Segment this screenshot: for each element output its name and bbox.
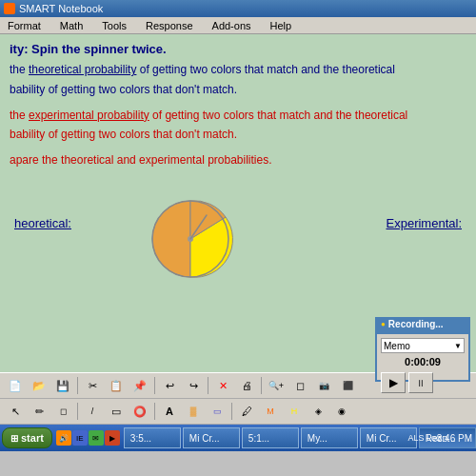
tb-color-line[interactable]: ▭ xyxy=(206,401,228,422)
labels-row: heoretical: Experimental: xyxy=(10,216,466,230)
recording-title: ● Recording... xyxy=(381,319,444,329)
clock-time: 3:46 PM xyxy=(437,433,472,444)
start-button[interactable]: ⊞ start xyxy=(2,427,52,448)
tb-open[interactable]: 📂 xyxy=(28,375,50,396)
tb-rect[interactable]: ▭ xyxy=(105,401,128,422)
tb-line[interactable]: / xyxy=(81,401,104,422)
taskbar-item-0[interactable]: 3:5... xyxy=(124,427,181,448)
start-label: start xyxy=(21,432,44,444)
taskbar-item-1[interactable]: Mi Cr... xyxy=(183,427,240,448)
recording-body: Memo ▼ 0:00:09 ▶ ⏸ xyxy=(377,334,468,397)
tb-extra1[interactable]: ◈ xyxy=(307,401,329,422)
tb-cut[interactable]: ✂ xyxy=(81,375,104,396)
q1-theoretical: theoretical probability xyxy=(29,63,136,76)
separator-4 xyxy=(261,377,262,394)
quick-launch-1[interactable]: 🔊 xyxy=(56,430,71,446)
tb-paste[interactable]: 📌 xyxy=(129,375,151,396)
tb-save[interactable]: 💾 xyxy=(51,375,74,396)
tb-pen[interactable]: ✏ xyxy=(28,401,50,422)
recording-title-text: Recording... xyxy=(388,319,444,329)
tb-marker[interactable]: M xyxy=(259,401,282,422)
quick-launch-3[interactable]: ✉ xyxy=(89,430,104,446)
tb-extra2[interactable]: ◉ xyxy=(330,401,353,422)
menu-format[interactable]: Format xyxy=(4,19,45,32)
recording-popup: ● Recording... Memo ▼ 0:00:09 ▶ ⏸ xyxy=(375,317,470,382)
menu-tools[interactable]: Tools xyxy=(98,19,130,32)
tb-delete[interactable]: ✕ xyxy=(211,375,234,396)
tb-redo[interactable]: ↪ xyxy=(182,375,205,396)
taskbar-item-2[interactable]: 5:1... xyxy=(242,427,299,448)
q2-prefix: the xyxy=(10,109,29,122)
activity-instruction: ity: Spin the spinner twice. xyxy=(10,42,466,56)
separator-6 xyxy=(154,403,155,420)
menu-bar: Format Math Tools Response Add-ons Help xyxy=(0,17,476,34)
tb-oval[interactable]: ⭕ xyxy=(129,401,151,422)
tb-pencil[interactable]: 🖊 xyxy=(235,401,258,422)
question1b-text: bability of getting two colors that don'… xyxy=(10,83,237,96)
tb-undo[interactable]: ↩ xyxy=(158,375,181,396)
tb-eraser[interactable]: ◻ xyxy=(51,401,74,422)
tb-color-fill[interactable]: ▓ xyxy=(182,401,205,422)
tb-select[interactable]: ◻ xyxy=(288,375,311,396)
play-button[interactable]: ▶ xyxy=(381,372,406,393)
menu-addons[interactable]: Add-ons xyxy=(208,19,255,32)
separator-1 xyxy=(77,377,78,394)
menu-response[interactable]: Response xyxy=(142,19,197,32)
tray-icons: ALS Loo xyxy=(418,431,431,445)
app-icon xyxy=(4,3,15,14)
question2-block: the experimental probability of getting … xyxy=(10,108,466,124)
activity-text: ity: Spin the spinner twice. xyxy=(10,42,167,56)
tb-print[interactable]: 🖨 xyxy=(235,375,258,396)
tb-cursor[interactable]: ↖ xyxy=(4,401,27,422)
question1-block: the theoretical probability of getting t… xyxy=(10,62,466,78)
question3-text: apare the theoretical and experimental p… xyxy=(10,153,272,167)
window-title: SMART Notebook xyxy=(19,3,103,14)
theoretical-label[interactable]: heoretical: xyxy=(14,216,71,230)
title-bar: SMART Notebook xyxy=(0,0,476,17)
tb-zoomin[interactable]: 🔍+ xyxy=(265,375,288,396)
toolbar-row-2: ↖ ✏ ◻ / ▭ ⭕ A ▓ ▭ 🖊 M H ◈ ◉ xyxy=(0,399,476,425)
quick-launch-4[interactable]: ▶ xyxy=(105,430,120,446)
question2b-text: bability of getting two colors that don'… xyxy=(10,128,237,141)
tb-text[interactable]: A xyxy=(158,401,181,422)
start-icon: ⊞ xyxy=(10,433,18,444)
tb-new[interactable]: 📄 xyxy=(4,375,27,396)
q2-suffix: of getting two colors that match and the… xyxy=(149,109,408,122)
recording-timer: 0:00:09 xyxy=(381,356,465,367)
recording-dropdown[interactable]: Memo ▼ xyxy=(381,338,465,353)
separator-7 xyxy=(231,403,232,420)
tb-shape[interactable]: ⬛ xyxy=(336,375,359,396)
tray-als-icon: ALS Loo xyxy=(418,431,431,445)
separator-5 xyxy=(77,403,78,420)
menu-help[interactable]: Help xyxy=(267,19,296,32)
tb-camera[interactable]: 📷 xyxy=(312,375,335,396)
dropdown-arrow-icon: ▼ xyxy=(454,342,462,350)
separator-2 xyxy=(154,377,155,394)
spinner-svg xyxy=(148,196,233,282)
question3-block: apare the theoretical and experimental p… xyxy=(10,152,466,169)
recording-controls: ▶ ⏸ xyxy=(381,372,465,393)
question2b-block: bability of getting two colors that don'… xyxy=(10,127,466,143)
q2-experimental: experimental probability xyxy=(29,109,149,122)
taskbar-item-3[interactable]: My... xyxy=(301,427,358,448)
experimental-label[interactable]: Experimental: xyxy=(387,216,462,230)
tb-copy[interactable]: 📋 xyxy=(105,375,128,396)
system-tray: ALS Loo 3:46 PM xyxy=(418,431,472,445)
question1b-block: bability of getting two colors that don'… xyxy=(10,82,466,98)
tb-highlighter[interactable]: H xyxy=(283,401,306,422)
dropdown-label: Memo xyxy=(384,341,410,351)
menu-math[interactable]: Math xyxy=(56,19,87,32)
quick-launch-2[interactable]: IE xyxy=(72,430,88,446)
pause-button[interactable]: ⏸ xyxy=(408,372,433,393)
q1-suffix: of getting two colors that match and the… xyxy=(136,63,395,76)
spinner-container xyxy=(148,196,233,282)
q1-prefix: the xyxy=(10,63,29,76)
separator-3 xyxy=(208,377,208,394)
taskbar: ⊞ start 🔊 IE ✉ ▶ 3:5... Mi Cr... 5:1... … xyxy=(0,425,476,451)
